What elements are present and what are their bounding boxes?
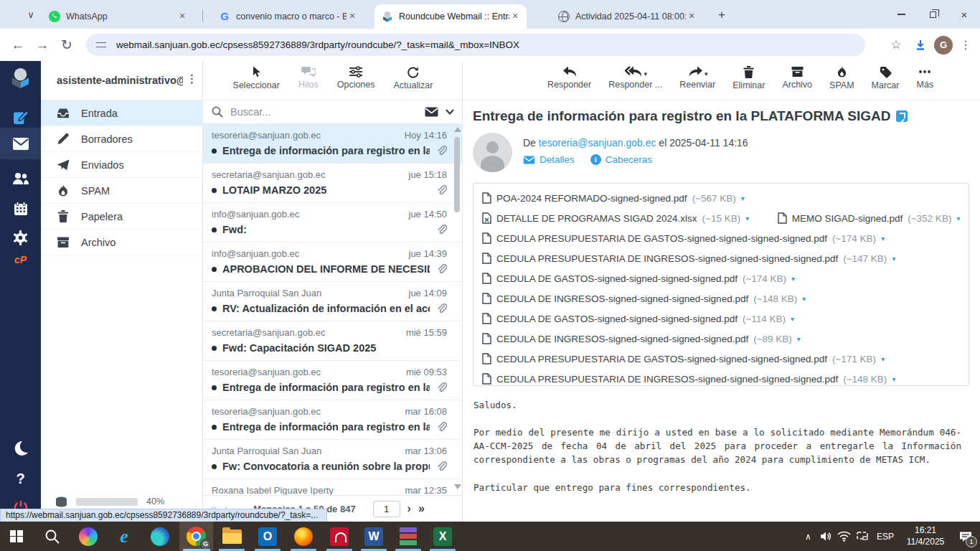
taskbar-acrobat-button[interactable] [323, 522, 356, 551]
profile-avatar[interactable]: G [934, 36, 953, 55]
folder-sent[interactable]: Enviados [41, 152, 203, 178]
back-button[interactable]: ← [6, 37, 30, 53]
last-page-button[interactable]: » [418, 502, 425, 515]
tab-close-icon[interactable]: × [686, 11, 697, 22]
tab-actividad[interactable]: Actividad 2025-04-11 08:00:00 × [551, 4, 703, 29]
threads-button[interactable]: Hilos [298, 66, 319, 100]
folder-archive[interactable]: Archivo [41, 230, 203, 255]
taskbar-edge-button[interactable] [143, 522, 176, 551]
scroll-down-arrow-icon[interactable] [454, 484, 461, 489]
attachment-menu-icon[interactable]: ▾ [802, 295, 806, 303]
attachment-menu-icon[interactable]: ▾ [881, 235, 885, 242]
select-button[interactable]: Seleccionar [233, 66, 280, 100]
details-link[interactable]: Detalles [523, 154, 575, 165]
attachment[interactable]: CEDULA DE GASTOS-signed-signed-signed-si… [482, 313, 794, 324]
message-row[interactable]: info@sanjuan.gob.ecjue 14:39 APROBACION … [203, 242, 463, 282]
message-row[interactable]: Junta Parroquial San Juanmar 13:06 Fw: C… [203, 440, 463, 479]
message-row[interactable]: tesoreria@sanjuan.gob.ecmar 16:08 Entreg… [203, 400, 463, 440]
tab-google-search[interactable]: G convenio macro o marco - Busc × [212, 4, 364, 29]
page-number-input[interactable] [373, 501, 400, 517]
folder-trash[interactable]: Papelera [41, 204, 203, 230]
window-close-button[interactable]: × [948, 0, 980, 29]
archive-button[interactable]: Archivo [782, 66, 812, 100]
next-page-button[interactable]: › [407, 502, 411, 515]
cpanel-link[interactable]: cP [0, 249, 41, 270]
message-row[interactable]: Junta Parroquial San Juanjue 14:09 RV: A… [203, 282, 463, 321]
attachment[interactable]: CEDULA PRESUPUESTARIA DE GASTOS-signed-s… [482, 232, 885, 244]
address-bar[interactable]: webmail.sanjuan.gob.ec/cpsess8592736889/… [86, 34, 865, 56]
open-in-new-window-icon[interactable] [896, 110, 908, 122]
start-button[interactable] [0, 522, 33, 551]
search-scope-mail-icon[interactable] [425, 107, 438, 117]
rail-calendar-button[interactable] [0, 193, 41, 225]
notification-center-button[interactable]: 1 [951, 522, 980, 551]
tab-close-icon[interactable]: × [176, 11, 188, 22]
rail-mail-button[interactable] [0, 128, 41, 159]
taskbar-copilot-button[interactable] [72, 522, 105, 551]
attachment-menu-icon[interactable]: ▾ [892, 375, 895, 383]
tab-search-chevron-icon[interactable]: ∨ [23, 7, 39, 23]
taskbar-word-button[interactable]: W [357, 522, 390, 551]
window-restore-button[interactable] [917, 0, 948, 29]
dark-mode-button[interactable] [0, 433, 41, 464]
forward-caret-icon[interactable]: ▾ [705, 70, 708, 82]
volume-icon[interactable] [817, 531, 835, 542]
taskbar-ie-button[interactable]: e [108, 522, 141, 551]
scroll-up-arrow-icon[interactable] [454, 127, 461, 132]
attachment-menu-icon[interactable]: ▾ [741, 194, 745, 202]
new-tab-button[interactable]: + [713, 6, 730, 24]
taskbar-excel-button[interactable]: X [426, 522, 459, 551]
taskbar-winrar-button[interactable] [392, 522, 425, 551]
account-menu-icon[interactable]: ⋮ [187, 72, 197, 85]
attachment-menu-icon[interactable]: ▾ [745, 215, 748, 222]
roundcube-logo[interactable] [9, 67, 32, 89]
attachment[interactable]: DETALLE DE PROGRAMAS SIGAD 2024.xlsx (~1… [482, 212, 749, 224]
scrollbar-thumb[interactable] [454, 137, 460, 212]
site-settings-icon[interactable] [96, 41, 108, 50]
tray-expand-chevron-icon[interactable]: ∧ [799, 532, 817, 542]
delete-button[interactable]: Eliminar [732, 66, 765, 100]
reload-button[interactable]: ↻ [55, 37, 79, 53]
attachment[interactable]: CEDULA DE GASTOS-signed-signed-signed-si… [482, 273, 795, 284]
taskbar-chrome-button[interactable]: G [179, 522, 213, 551]
display-connect-icon[interactable] [853, 531, 871, 542]
wifi-icon[interactable] [835, 531, 853, 542]
attachment[interactable]: CEDULA PRESUPUESTARIA DE INGRESOS-signed… [482, 373, 895, 385]
system-clock[interactable]: 16:21 11/4/2025 [900, 525, 951, 547]
search-input[interactable] [230, 106, 418, 118]
browser-menu-icon[interactable]: ⋮ [956, 38, 976, 52]
refresh-button[interactable]: Actualizar [394, 66, 433, 100]
folder-spam[interactable]: SPAM [41, 178, 203, 204]
url-text[interactable]: webmail.sanjuan.gob.ec/cpsess8592736889/… [116, 39, 519, 50]
taskbar-explorer-button[interactable] [215, 522, 248, 551]
options-button[interactable]: Opciones [337, 66, 375, 100]
bookmark-star-icon[interactable]: ☆ [885, 37, 907, 52]
more-button[interactable]: Más [916, 66, 933, 100]
message-row[interactable]: tesoreria@sanjuan.gob.ecHoy 14:16 Entreg… [203, 124, 463, 164]
attachment[interactable]: MEMO SIGAD-signed.pdf (~352 KB) ▾ [778, 212, 960, 224]
reply-all-button[interactable]: ▾ Responder ... [608, 66, 662, 100]
attachment[interactable]: CEDULA PRESUPUESTARIA DE INGRESOS-signed… [482, 253, 895, 264]
attachment-menu-icon[interactable]: ▾ [797, 335, 801, 343]
tab-close-icon[interactable]: × [509, 11, 521, 22]
message-row[interactable]: tesoreria@sanjuan.gob.ecmié 09:53 Entreg… [203, 361, 463, 400]
window-minimize-button[interactable] [885, 0, 917, 29]
help-button[interactable]: ? [0, 463, 41, 494]
folder-drafts[interactable]: Borradores [41, 126, 203, 152]
attachment-menu-icon[interactable]: ▾ [791, 275, 795, 283]
taskbar-firefox-button[interactable] [287, 522, 320, 551]
taskbar-outlook-button[interactable]: O [251, 522, 284, 551]
rail-contacts-button[interactable] [0, 163, 41, 194]
attachment[interactable]: POA-2024 REFORMADO-signed-signed.pdf (~5… [482, 192, 745, 204]
tab-roundcube-active[interactable]: Roundcube Webmail :: Entrada × [374, 4, 527, 29]
attachment-menu-icon[interactable]: ▾ [791, 315, 794, 323]
tab-whatsapp[interactable]: WhatsApp × [42, 4, 194, 29]
forward-button[interactable]: ▾ Reenviar [679, 66, 715, 100]
folder-inbox[interactable]: Entrada [41, 100, 203, 126]
attachment-menu-icon[interactable]: ▾ [956, 215, 960, 222]
reply-button[interactable]: Responder [547, 66, 591, 100]
attachment[interactable]: CEDULA DE INGRESOS-signed-signed-signed-… [482, 333, 801, 344]
mark-button[interactable]: Marcar [872, 66, 900, 100]
spam-button[interactable]: SPAM [829, 66, 854, 100]
reply-all-caret-icon[interactable]: ▾ [644, 70, 647, 82]
